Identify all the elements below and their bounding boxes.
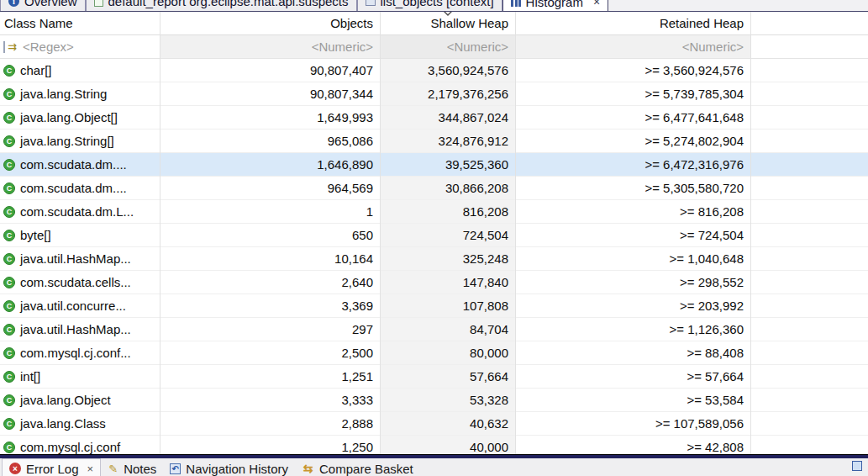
table-row[interactable]: C com.scudata.dm.... 1,646,890 39,525,36… (0, 153, 868, 177)
table-body: C char[] 90,807,407 3,560,924,576 >= 3,5… (0, 59, 868, 454)
table-row[interactable]: C java.lang.Object[] 1,649,993 344,867,0… (0, 106, 868, 130)
class-icon: C (3, 347, 15, 359)
view-tab-label: Error Log (26, 462, 79, 476)
objects-cell: 650 (160, 224, 380, 246)
compare-basket-icon: ⇆ (302, 463, 314, 474)
view-tab[interactable]: ✎ Notes (101, 458, 163, 476)
editor-tab[interactable]: i Overview (0, 0, 86, 11)
table-row[interactable]: C com.scudata.dm.L... 1 816,208 >= 816,2… (0, 200, 868, 224)
column-header-objects[interactable]: Objects (160, 12, 380, 34)
column-divider[interactable] (750, 12, 751, 454)
table-row[interactable]: C java.util.concurre... 3,369 107,808 >=… (0, 294, 868, 318)
column-header-retained-heap[interactable]: Retained Heap (515, 12, 750, 34)
retained-heap-cell: >= 1,040,648 (515, 247, 750, 270)
row-spacer (750, 59, 868, 82)
objects-cell: 1,250 (160, 436, 380, 454)
class-name-cell: com.scudata.dm.... (20, 157, 127, 172)
filter-icon: ⇉ (3, 41, 18, 53)
list-icon (366, 0, 376, 6)
table-row[interactable]: C java.lang.String[] 965,086 324,876,912… (0, 130, 868, 153)
error-log-icon: × (9, 463, 21, 474)
retained-heap-cell: >= 107,589,056 (515, 412, 750, 435)
shallow-heap-cell: 324,876,912 (380, 130, 515, 152)
table-row[interactable]: C java.util.HashMap... 10,164 325,248 >=… (0, 247, 868, 271)
row-spacer (750, 271, 868, 294)
column-divider[interactable] (160, 12, 160, 454)
table-row[interactable]: C com.mysql.cj.conf 1,250 40,000 >= 42,8… (0, 436, 868, 454)
view-tab-label: Compare Basket (319, 462, 413, 476)
table-row[interactable]: C com.scudata.cells... 2,640 147,840 >= … (0, 271, 868, 294)
column-divider[interactable] (380, 12, 381, 454)
tab-close-button[interactable]: × (87, 463, 94, 475)
class-icon: C (3, 371, 15, 383)
row-spacer (750, 389, 868, 411)
table-header-row: Class Name Objects Shallow Heap Retained… (0, 12, 868, 35)
column-divider[interactable] (515, 12, 516, 454)
shallow-heap-cell: 80,000 (380, 341, 515, 364)
class-icon: C (3, 159, 15, 171)
shallow-heap-cell: 2,179,376,256 (380, 82, 515, 105)
sort-descending-icon (443, 12, 453, 16)
objects-cell: 2,888 (160, 412, 380, 435)
table-row[interactable]: C char[] 90,807,407 3,560,924,576 >= 3,5… (0, 59, 868, 82)
class-icon: C (3, 88, 15, 100)
class-name-cell: java.lang.Object[] (20, 110, 118, 124)
class-icon: C (3, 135, 15, 147)
column-header-class-name[interactable]: Class Name (0, 12, 160, 34)
notes-icon: ✎ (108, 463, 118, 474)
class-name-cell: java.lang.String[] (20, 134, 114, 148)
table-row[interactable]: C com.mysql.cj.conf... 2,500 80,000 >= 8… (0, 341, 868, 365)
shallow-heap-cell: 325,248 (380, 247, 515, 270)
column-header-shallow-heap-label: Shallow Heap (430, 16, 508, 30)
row-spacer (750, 247, 868, 270)
eclipse-mat-window: i Overview default_report org.eclipse.ma… (0, 0, 868, 476)
retained-heap-filter-field[interactable]: <Numeric> (515, 35, 750, 58)
view-tab[interactable]: ↶ Navigation History (163, 458, 295, 476)
class-name-cell: int[] (20, 369, 40, 383)
table-row[interactable]: C byte[] 650 724,504 >= 724,504 (0, 224, 868, 247)
report-icon (94, 0, 103, 7)
shallow-heap-cell: 40,632 (380, 412, 515, 435)
editor-tab[interactable]: list_objects [context] (357, 0, 502, 11)
view-tab[interactable]: × Error Log × (2, 458, 101, 476)
retained-heap-cell: >= 88,408 (515, 341, 750, 364)
shallow-heap-cell: 107,808 (380, 294, 515, 317)
table-row[interactable]: C java.util.HashMap... 297 84,704 >= 1,1… (0, 318, 868, 341)
table-row[interactable]: C int[] 1,251 57,664 >= 57,664 (0, 365, 868, 389)
class-name-cell: com.scudata.cells... (20, 275, 131, 289)
class-icon: C (3, 112, 15, 124)
regex-filter-placeholder: <Regex> (23, 35, 74, 58)
row-spacer (750, 82, 868, 105)
objects-cell: 1 (160, 200, 380, 223)
table-row[interactable]: C java.lang.Object 3,333 53,328 >= 53,58… (0, 389, 868, 412)
row-spacer (750, 130, 868, 152)
regex-filter-field[interactable]: ⇉ <Regex> (0, 35, 160, 58)
minimized-views-icon[interactable] (852, 461, 862, 471)
row-spacer (750, 224, 868, 246)
table-row[interactable]: C java.lang.String 90,807,344 2,179,376,… (0, 82, 868, 106)
shallow-heap-cell: 816,208 (380, 200, 515, 223)
table-row[interactable]: C com.scudata.dm.... 964,569 30,866,208 … (0, 177, 868, 200)
editor-tab[interactable]: default_report org.eclipse.mat.api.suspe… (86, 0, 357, 11)
class-name-cell: com.mysql.cj.conf (20, 440, 120, 454)
shallow-heap-filter-field[interactable]: <Numeric> (380, 35, 515, 58)
histogram-table: Class Name Objects Shallow Heap Retained… (0, 12, 868, 454)
class-name-cell: com.scudata.dm.... (20, 181, 127, 195)
view-tab[interactable]: ⇆ Compare Basket (295, 458, 420, 476)
tab-close-button[interactable]: × (593, 0, 600, 8)
class-name-cell: com.scudata.dm.L... (20, 204, 134, 219)
column-header-shallow-heap[interactable]: Shallow Heap (380, 12, 515, 34)
shallow-heap-cell: 344,867,024 (380, 106, 515, 129)
retained-heap-cell: >= 6,477,641,648 (515, 106, 750, 129)
row-spacer (750, 318, 868, 341)
retained-heap-cell: >= 5,739,785,304 (515, 82, 750, 105)
row-spacer (750, 153, 868, 176)
table-row[interactable]: C java.lang.Class 2,888 40,632 >= 107,58… (0, 412, 868, 436)
retained-heap-cell: >= 53,584 (515, 389, 750, 411)
class-icon: C (3, 394, 15, 406)
row-spacer (750, 200, 868, 223)
class-name-cell: java.util.HashMap... (20, 251, 131, 266)
editor-tab[interactable]: Histogram × (502, 0, 609, 12)
class-icon: C (3, 300, 15, 312)
objects-filter-field[interactable]: <Numeric> (160, 35, 380, 58)
